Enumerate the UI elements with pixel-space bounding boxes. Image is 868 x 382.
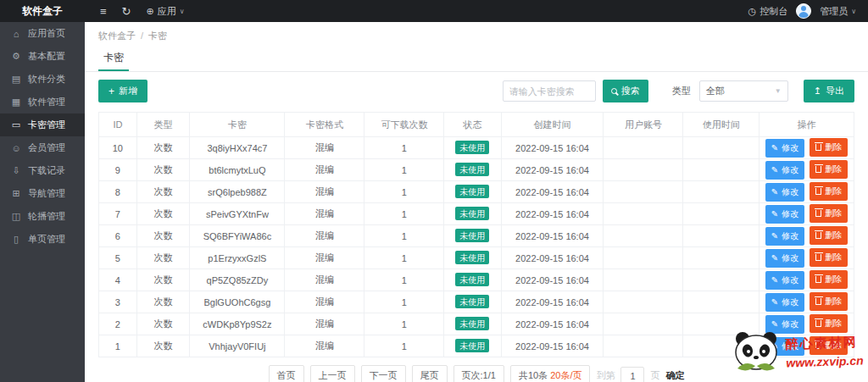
sidebar-item-8[interactable]: ⊞导航管理: [0, 182, 85, 205]
console-link[interactable]: ◷ 控制台: [748, 5, 788, 18]
table-cell: 混编: [285, 313, 364, 335]
first-page-button[interactable]: 首页: [269, 365, 304, 382]
app-menu[interactable]: ⊕ 应用 ∨: [147, 5, 185, 18]
trash-icon: [815, 188, 821, 195]
table-cell: 次数: [136, 291, 190, 313]
breadcrumb-root[interactable]: 软件盒子: [98, 30, 136, 41]
table-cell: [604, 335, 683, 357]
table-cell: 6: [99, 225, 137, 247]
type-label: 类型: [672, 85, 691, 97]
type-select[interactable]: 全部 ▼: [699, 80, 788, 102]
goto-confirm-button[interactable]: 确定: [665, 369, 684, 382]
app-menu-label: 应用: [158, 5, 176, 18]
edit-button[interactable]: ✎修改: [765, 293, 804, 312]
watermark-url: www.zxvip.cn: [786, 352, 864, 372]
table-cell-status: 未使用: [444, 137, 501, 159]
table-cell: 2022-09-15 16:04: [501, 203, 604, 225]
sidebar-item-10[interactable]: ▯单页管理: [0, 228, 85, 251]
delete-button[interactable]: 删除: [810, 270, 848, 289]
delete-button[interactable]: 删除: [810, 248, 848, 267]
delete-button[interactable]: 删除: [810, 204, 848, 223]
table-row: 3次数BglGUOhC6gsg混编1未使用2022-09-15 16:04✎修改…: [99, 291, 854, 313]
goto-page-input[interactable]: [620, 367, 644, 382]
table-cell: [604, 137, 683, 159]
avatar[interactable]: [796, 3, 811, 19]
prev-page-button[interactable]: 上一页: [310, 365, 355, 382]
sidebar-item-6[interactable]: ☺会员管理: [0, 136, 85, 159]
sidebar-item-1[interactable]: ⌂应用首页: [0, 22, 85, 45]
table-cell-status: 未使用: [444, 203, 501, 225]
edit-button[interactable]: ✎修改: [765, 161, 804, 180]
tab-bar: 卡密: [85, 46, 868, 72]
sidebar-item-9[interactable]: ◫轮播管理: [0, 205, 85, 228]
sidebar-item-label: 下载记录: [28, 164, 65, 177]
edit-button[interactable]: ✎修改: [765, 139, 804, 158]
watermark-site-name: 醉心素材网: [785, 333, 863, 355]
edit-button[interactable]: ✎修改: [765, 227, 804, 246]
page-icon: ▯: [11, 234, 21, 245]
delete-button[interactable]: 删除: [810, 138, 848, 157]
delete-button[interactable]: 删除: [810, 182, 848, 201]
sidebar-item-2[interactable]: ⚙基本配置: [0, 45, 85, 68]
trash-icon: [815, 144, 821, 151]
delete-button[interactable]: 删除: [810, 226, 848, 245]
edit-button[interactable]: ✎修改: [765, 271, 804, 290]
table-cell: 1: [364, 203, 444, 225]
column-header: 卡密格式: [285, 113, 364, 137]
table-cell-actions: ✎修改删除: [760, 291, 854, 313]
edit-button[interactable]: ✎修改: [765, 183, 804, 202]
next-page-button[interactable]: 下一页: [361, 365, 406, 382]
hamburger-menu-icon[interactable]: ≡: [100, 5, 107, 18]
table-cell: srQ6lpeb988Z: [190, 181, 285, 203]
goto-suffix-label: 页: [650, 369, 659, 382]
add-button[interactable]: + 新增: [98, 80, 147, 102]
export-button[interactable]: ↥ 导出: [804, 80, 854, 102]
table-cell: [683, 269, 760, 291]
column-header: 卡密: [190, 113, 285, 137]
search-input[interactable]: [503, 80, 596, 102]
trash-icon: [815, 320, 821, 327]
column-header: 使用时间: [683, 113, 760, 137]
breadcrumb-current: 卡密: [148, 30, 167, 41]
table-cell: cWDKp8Yp9S2z: [190, 313, 285, 335]
edit-button[interactable]: ✎修改: [765, 205, 804, 224]
pencil-icon: ✎: [771, 254, 778, 263]
sidebar-item-5[interactable]: ▭卡密管理: [0, 113, 85, 136]
search-button[interactable]: 搜索: [603, 80, 648, 102]
delete-button[interactable]: 删除: [810, 292, 848, 311]
table-cell: [683, 225, 760, 247]
app-circle-icon: ⊕: [147, 6, 154, 17]
last-page-button[interactable]: 尾页: [412, 365, 448, 382]
table-cell: VhhjayV0FIUj: [190, 335, 285, 357]
sidebar-item-label: 基本配置: [28, 50, 65, 63]
user-menu[interactable]: 管理员 ∨: [820, 5, 856, 18]
sidebar: ⌂应用首页⚙基本配置▤软件分类▦软件管理▭卡密管理☺会员管理⇩下载记录⊞导航管理…: [0, 22, 85, 382]
edit-button[interactable]: ✎修改: [765, 249, 804, 268]
sidebar-item-7[interactable]: ⇩下载记录: [0, 159, 85, 182]
table-cell-actions: ✎修改删除: [760, 203, 854, 225]
table-cell: [604, 181, 683, 203]
table-cell-actions: ✎修改删除: [760, 159, 854, 181]
table-cell-actions: ✎修改删除: [760, 137, 854, 159]
column-header: 用户账号: [604, 113, 683, 137]
tab-card-key[interactable]: 卡密: [98, 46, 129, 71]
status-badge: 未使用: [455, 141, 489, 154]
pencil-icon: ✎: [771, 166, 778, 174]
table-header-row: ID类型卡密卡密格式可下载次数状态创建时间用户账号使用时间操作: [99, 113, 854, 137]
table-row: 6次数SQ6BFYiWA86c混编1未使用2022-09-15 16:04✎修改…: [99, 225, 854, 247]
page-index-info: 页次:1/1: [453, 365, 504, 382]
table-cell-status: 未使用: [444, 335, 501, 357]
sidebar-item-label: 卡密管理: [28, 119, 65, 131]
pencil-icon: ✎: [771, 144, 778, 152]
sidebar-item-4[interactable]: ▦软件管理: [0, 91, 85, 113]
table-cell: 混编: [285, 137, 364, 159]
pencil-icon: ✎: [771, 188, 778, 197]
trash-icon: [815, 232, 821, 239]
sidebar-item-label: 软件管理: [28, 96, 65, 108]
table-cell: 次数: [136, 225, 190, 247]
table-row: 4次数qP5ZQ85zZDy混编1未使用2022-09-15 16:04✎修改删…: [99, 269, 854, 291]
refresh-icon[interactable]: ↻: [122, 5, 131, 18]
table-cell: 1: [364, 137, 444, 159]
delete-button[interactable]: 删除: [810, 160, 848, 179]
sidebar-item-3[interactable]: ▤软件分类: [0, 68, 85, 91]
